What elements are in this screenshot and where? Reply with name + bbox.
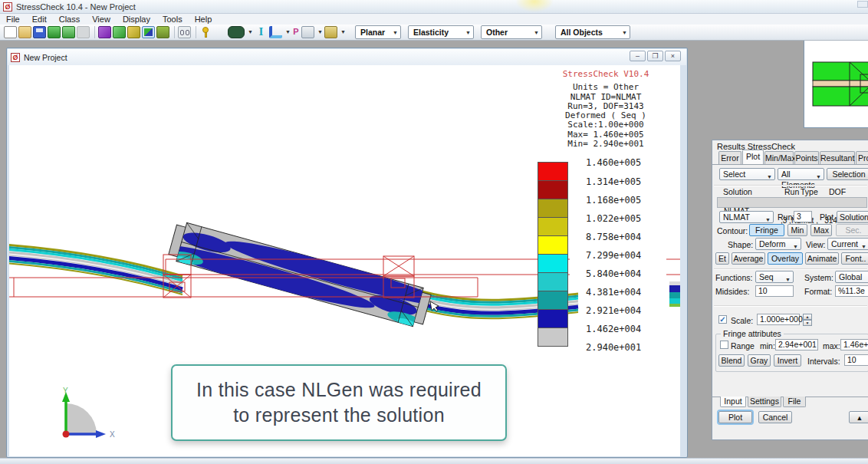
plot-tool-icon[interactable] <box>301 26 314 38</box>
reference-combo[interactable]: Planar▼ <box>355 25 401 39</box>
cancel-button[interactable]: Cancel <box>758 411 792 423</box>
menu-tools[interactable]: Tools <box>156 15 189 24</box>
animate-button[interactable]: Animate <box>805 252 839 265</box>
tab-plot[interactable]: Plot <box>742 150 764 164</box>
et-button[interactable]: Et <box>715 252 729 265</box>
selection-button[interactable]: Selection <box>827 168 868 180</box>
minimize-button[interactable]: – <box>630 51 646 61</box>
midsides-field[interactable]: 10 <box>755 285 794 297</box>
restore-button[interactable]: ❐ <box>647 51 663 61</box>
toolbar: ▼ I ▼ P ▼ ▼ Planar▼ Elasticity▼ Other▼ A… <box>0 25 868 41</box>
menu-view[interactable]: View <box>86 15 117 24</box>
main-titlebar[interactable]: Ø StressCheck 10.4 - New Project <box>0 0 868 14</box>
menu-edit[interactable]: Edit <box>26 15 53 24</box>
overlay-button[interactable]: Overlay <box>768 252 803 265</box>
document-window-titlebar[interactable]: Ø New Project <box>8 49 686 65</box>
scale-spinner[interactable]: ▲▼ <box>803 314 812 326</box>
theory-combo[interactable]: Elasticity▼ <box>408 25 474 39</box>
scale-field[interactable]: 1.000e+000 <box>757 314 800 325</box>
new-document-icon[interactable] <box>4 26 17 38</box>
legend-swatch <box>538 254 568 273</box>
save-icon[interactable] <box>33 26 46 38</box>
menu-class[interactable]: Class <box>53 15 87 24</box>
tab-properties[interactable]: Prope <box>856 151 868 164</box>
elements-dropdown[interactable]: All Elements▼ <box>778 168 824 180</box>
points-p-icon[interactable]: P <box>292 26 300 38</box>
blend-button[interactable]: Blend <box>718 354 745 367</box>
document-window: Ø New Project – ❐ × <box>6 48 688 458</box>
legend-value: 4.381e+004 <box>586 287 670 298</box>
print-icon[interactable] <box>77 26 90 38</box>
plot-button[interactable]: Plot <box>718 411 752 423</box>
material-icon[interactable] <box>156 26 169 38</box>
scale-checkbox[interactable]: ✓ <box>718 315 727 324</box>
menu-display[interactable]: Display <box>117 15 156 24</box>
mesh-folder-icon[interactable] <box>127 26 140 38</box>
coordinate-dropdown-arrow[interactable]: ▼ <box>284 26 292 38</box>
app-logo-icon: Ø <box>3 2 12 12</box>
min-label: min: <box>760 341 775 350</box>
tab-points[interactable]: Points <box>794 151 819 164</box>
max-button[interactable]: Max <box>810 224 832 236</box>
objects-filter-combo[interactable]: All Objects▼ <box>555 25 630 39</box>
window-bottom-frame <box>0 458 868 464</box>
invert-button[interactable]: Invert <box>774 354 801 367</box>
fringe-button[interactable]: Fringe <box>749 224 784 236</box>
min-field[interactable]: 2.94e+001 <box>775 339 818 350</box>
coordinate-corner-icon[interactable] <box>269 26 282 38</box>
bottom-tab-input[interactable]: Input <box>720 397 746 407</box>
help-key-icon[interactable] <box>199 26 212 38</box>
capture-tool-dropdown-arrow[interactable]: ▼ <box>339 26 347 38</box>
window-controls-fragment[interactable] <box>857 1 868 8</box>
min-button[interactable]: Min <box>787 224 807 236</box>
view-dropdown[interactable]: Current▼ <box>827 238 868 250</box>
close-button[interactable]: × <box>665 51 681 61</box>
shape-dropdown[interactable]: Deform▼ <box>755 238 801 250</box>
model-viewport[interactable]: StressCheck V10.4 Units = Other NLMAT ID… <box>9 65 680 456</box>
plot-solution-button[interactable]: Solution <box>837 211 868 223</box>
tab-resultant[interactable]: Resultant <box>820 151 855 164</box>
menu-file[interactable]: File <box>0 15 26 24</box>
plot-tool-dropdown-arrow[interactable]: ▼ <box>316 26 324 38</box>
tab-error[interactable]: Error <box>718 151 741 164</box>
system-dropdown[interactable]: Global <box>835 271 868 283</box>
select-dropdown[interactable]: Select▼ <box>719 168 775 180</box>
bottom-tab-file[interactable]: File <box>783 397 806 407</box>
column-dof: DOF <box>829 187 846 196</box>
import-icon[interactable] <box>48 26 61 38</box>
export-icon[interactable] <box>62 26 75 38</box>
units-combo[interactable]: Other▼ <box>481 25 542 39</box>
run-field[interactable]: 3 <box>794 211 812 222</box>
functions-dropdown[interactable]: Seq▼ <box>755 271 794 283</box>
bottom-tab-settings[interactable]: Settings <box>748 397 781 407</box>
range-checkbox[interactable] <box>720 341 728 349</box>
open-project-icon[interactable] <box>18 26 31 38</box>
panel-more-button[interactable]: ▴ <box>849 411 868 423</box>
object-pill-dropdown-arrow[interactable]: ▼ <box>246 26 255 38</box>
coordinate-triad: Y X <box>29 384 121 455</box>
display-mode-icon[interactable] <box>142 26 155 38</box>
legend-swatch <box>538 235 568 255</box>
model-cube-green-icon[interactable] <box>113 26 126 38</box>
ibeam-section-icon[interactable]: I <box>255 26 268 38</box>
toolbar-separator <box>94 26 95 38</box>
y-axis-label: Y <box>63 387 68 395</box>
stresscheck-shield-icon: Ø <box>11 53 20 62</box>
legend-swatch <box>538 162 568 181</box>
tab-minmax[interactable]: Min/Max <box>764 151 794 164</box>
gray-button[interactable]: Gray <box>748 354 771 367</box>
search-binoculars-icon[interactable] <box>178 26 191 38</box>
legend-value: 5.840e+004 <box>586 268 670 279</box>
capture-tool-icon[interactable] <box>324 26 337 38</box>
format-field[interactable]: %11.3e <box>835 285 868 297</box>
section-plane-button[interactable]: Sec. Plan <box>836 224 868 236</box>
intervals-field[interactable]: 10 <box>844 354 868 366</box>
solution-list-row[interactable]: NLMAT ,3 ,NLMat , 3143 <box>717 197 867 208</box>
object-pill-icon[interactable] <box>228 26 245 38</box>
average-button[interactable]: Average <box>732 252 765 265</box>
max-field[interactable]: 1.46e+005 <box>840 339 868 350</box>
menu-help[interactable]: Help <box>189 15 219 24</box>
model-cube-purple-icon[interactable] <box>98 26 111 38</box>
solution-dropdown[interactable]: NLMAT▼ <box>719 211 774 223</box>
font-button[interactable]: Font.. <box>841 252 868 265</box>
